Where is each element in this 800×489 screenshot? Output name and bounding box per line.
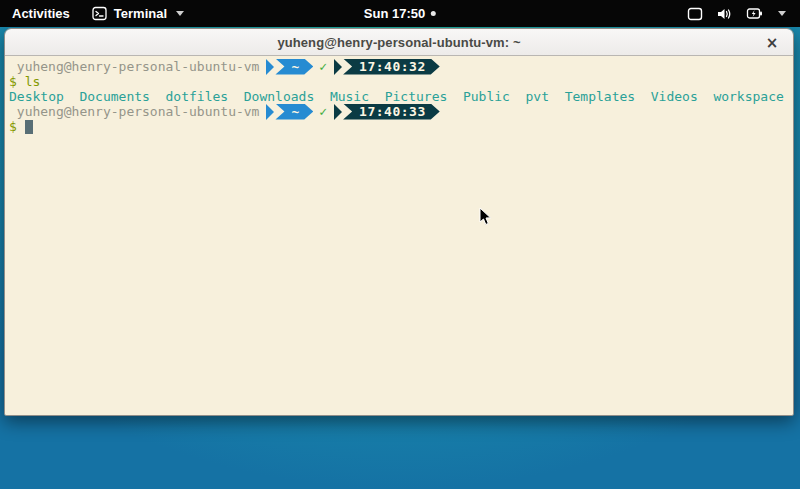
prompt-cwd-segment: ~ bbox=[266, 104, 313, 120]
top-bar: Activities Terminal Sun 17:50 bbox=[0, 0, 800, 27]
activities-button[interactable]: Activities bbox=[0, 0, 82, 27]
directory-entry: Desktop bbox=[9, 89, 64, 104]
powerline-arrow-icon bbox=[334, 104, 342, 120]
prompt-symbol: $ bbox=[9, 119, 17, 134]
text-cursor bbox=[25, 120, 33, 134]
directory-entry: Pictures bbox=[385, 89, 448, 104]
prompt-time-segment: 17:40:32 bbox=[334, 59, 440, 75]
powerline-arrow-icon bbox=[334, 59, 342, 75]
app-menu-button[interactable]: Terminal bbox=[82, 0, 194, 27]
input-line[interactable]: $ bbox=[9, 119, 789, 134]
window-title: yuheng@henry-personal-ubuntu-vm: ~ bbox=[277, 35, 520, 50]
prompt-cwd: ~ bbox=[275, 104, 313, 120]
directory-entry: pvt bbox=[526, 89, 549, 104]
window-icon bbox=[687, 7, 703, 21]
directory-entry: Documents bbox=[79, 89, 149, 104]
prompt-line-2: yuheng@henry-personal-ubuntu-vm ~ ✓ 17:4… bbox=[9, 104, 789, 119]
system-status-menu[interactable] bbox=[679, 0, 794, 27]
activities-label: Activities bbox=[12, 6, 70, 21]
command-text: ls bbox=[25, 74, 41, 89]
prompt-line-1: yuheng@henry-personal-ubuntu-vm ~ ✓ 17:4… bbox=[9, 59, 789, 74]
status-check-icon: ✓ bbox=[319, 59, 327, 74]
ls-output-line: Desktop Documents dotfiles Downloads Mus… bbox=[9, 89, 789, 104]
directory-entry: Downloads bbox=[244, 89, 314, 104]
directory-entry: workspace bbox=[713, 89, 783, 104]
prompt-user-host: yuheng@henry-personal-ubuntu-vm bbox=[17, 59, 260, 74]
close-button[interactable]: × bbox=[761, 29, 783, 56]
command-line: $ ls bbox=[9, 74, 789, 89]
directory-entry: Music bbox=[330, 89, 369, 104]
title-bar[interactable]: yuheng@henry-personal-ubuntu-vm: ~ × bbox=[5, 29, 793, 56]
directory-entry: Templates bbox=[565, 89, 635, 104]
prompt-time: 17:40:32 bbox=[343, 59, 440, 75]
terminal-content[interactable]: yuheng@henry-personal-ubuntu-vm ~ ✓ 17:4… bbox=[5, 56, 793, 415]
directory-entry: Public bbox=[463, 89, 510, 104]
volume-icon bbox=[716, 7, 733, 21]
chevron-down-icon bbox=[778, 11, 786, 16]
prompt-cwd-segment: ~ bbox=[266, 59, 313, 75]
terminal-icon bbox=[92, 6, 107, 21]
clock-button[interactable]: Sun 17:50 bbox=[364, 0, 436, 27]
directory-entry: dotfiles bbox=[166, 89, 229, 104]
app-menu-label: Terminal bbox=[114, 6, 167, 21]
prompt-cwd: ~ bbox=[275, 59, 313, 75]
clock-label: Sun 17:50 bbox=[364, 6, 425, 21]
status-check-icon: ✓ bbox=[319, 104, 327, 119]
prompt-user-host: yuheng@henry-personal-ubuntu-vm bbox=[17, 104, 260, 119]
directory-entry: Videos bbox=[651, 89, 698, 104]
powerline-arrow-icon bbox=[266, 104, 274, 120]
battery-charging-icon bbox=[746, 7, 763, 20]
chevron-down-icon bbox=[176, 11, 184, 16]
terminal-window: yuheng@henry-personal-ubuntu-vm: ~ × yuh… bbox=[4, 28, 794, 416]
prompt-symbol: $ bbox=[9, 74, 17, 89]
powerline-arrow-icon bbox=[266, 59, 274, 75]
notification-dot-icon bbox=[431, 11, 436, 16]
prompt-time: 17:40:33 bbox=[343, 104, 440, 120]
prompt-time-segment: 17:40:33 bbox=[334, 104, 440, 120]
